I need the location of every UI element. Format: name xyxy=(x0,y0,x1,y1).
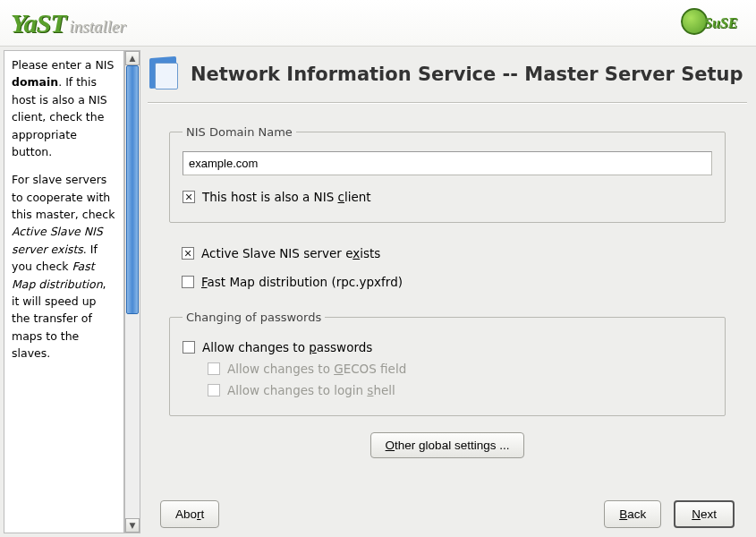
nis-domain-group: NIS Domain Name This host is also a NIS … xyxy=(169,125,726,223)
page-title: Network Information Service -- Master Se… xyxy=(191,64,743,85)
passwords-group: Changing of passwords Allow changes to p… xyxy=(169,311,726,416)
scroll-up-icon[interactable]: ▲ xyxy=(125,51,140,65)
logo-yast-text: YaST xyxy=(11,8,66,38)
scroll-down-icon[interactable]: ▼ xyxy=(125,518,140,533)
back-button[interactable]: Back xyxy=(604,500,661,528)
allow-shell-label: Allow changes to login shell xyxy=(227,383,395,397)
nis-domain-input[interactable] xyxy=(183,151,712,175)
wizard-buttons: Abort Back Next xyxy=(148,495,747,530)
fast-map-label: Fast Map distribution (rpc.ypxfrd) xyxy=(201,275,403,289)
nis-domain-legend: NIS Domain Name xyxy=(183,125,296,139)
allow-shell-checkbox xyxy=(208,384,220,396)
title-separator xyxy=(148,102,747,104)
app-header: YaST installer SuSE xyxy=(0,0,756,47)
next-button[interactable]: Next xyxy=(674,500,735,528)
help-scrollbar[interactable]: ▲ ▼ xyxy=(124,50,140,533)
passwords-legend: Changing of passwords xyxy=(183,311,325,324)
also-client-label: This host is also a NIS client xyxy=(202,190,371,204)
scroll-track[interactable] xyxy=(125,65,140,518)
document-icon xyxy=(148,57,182,91)
suse-text: SuSE xyxy=(704,15,737,31)
allow-gecos-checkbox xyxy=(208,362,220,375)
also-client-row[interactable]: This host is also a NIS client xyxy=(183,186,712,208)
scroll-thumb[interactable] xyxy=(126,65,139,314)
fast-map-checkbox[interactable] xyxy=(182,276,194,288)
also-client-checkbox[interactable] xyxy=(183,191,195,203)
suse-logo: SuSE xyxy=(681,6,745,40)
logo-installer-text: installer xyxy=(70,17,126,37)
help-panel: Please enter a NIS domain. If this host … xyxy=(4,50,124,533)
other-global-settings-button[interactable]: Other global settings ... xyxy=(370,432,525,458)
yast-logo: YaST installer xyxy=(11,8,126,38)
allow-gecos-row: Allow changes to GECOS field xyxy=(208,358,712,379)
allow-passwords-label: Allow changes to passwords xyxy=(202,340,372,354)
active-slave-checkbox[interactable] xyxy=(182,247,194,260)
fast-map-row[interactable]: Fast Map distribution (rpc.ypxfrd) xyxy=(182,268,726,296)
main-panel: Network Information Service -- Master Se… xyxy=(142,47,756,537)
allow-gecos-label: Allow changes to GECOS field xyxy=(227,362,406,376)
allow-passwords-row[interactable]: Allow changes to passwords xyxy=(183,337,712,358)
active-slave-label: Active Slave NIS server exists xyxy=(201,246,380,260)
active-slave-row[interactable]: Active Slave NIS server exists xyxy=(182,239,726,268)
abort-button[interactable]: Abort xyxy=(160,500,219,528)
allow-shell-row: Allow changes to login shell xyxy=(208,379,712,401)
allow-passwords-checkbox[interactable] xyxy=(183,341,195,354)
